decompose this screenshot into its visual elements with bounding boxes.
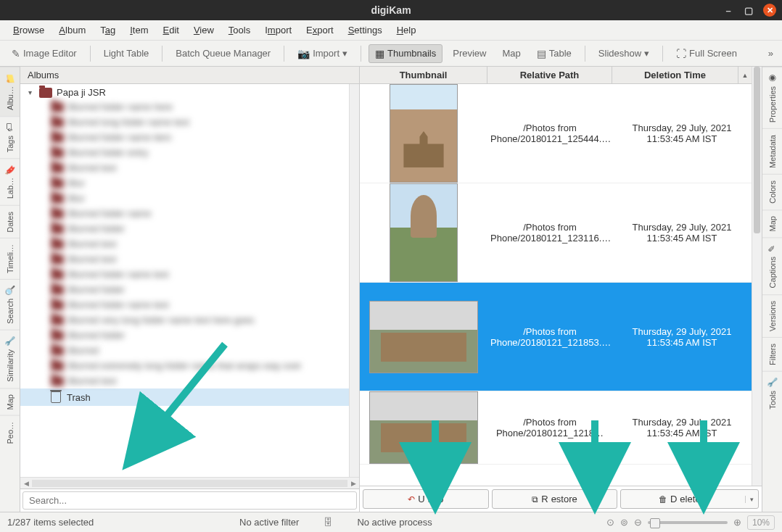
table-row[interactable]: /Photos from Phone/20180121_125444.… Thu… xyxy=(360,84,752,183)
cell-time: Thursday, 29 July, 2021 11:53:45 AM IST xyxy=(612,222,752,244)
album-child[interactable]: Blurred folder entry xyxy=(20,145,349,160)
tab-filters[interactable]: Filters xyxy=(762,337,782,371)
table-row[interactable]: /Photos from Phone/20180121_123116.… Thu… xyxy=(360,183,752,283)
album-child[interactable]: Blurred folder xyxy=(20,328,349,343)
tab-tags[interactable]: Tags🏷 xyxy=(0,116,20,158)
zoom-fit-icon[interactable]: ⊙ xyxy=(606,517,614,528)
album-child[interactable]: Blurred folder xyxy=(20,282,349,297)
tab-properties[interactable]: Properties◉ xyxy=(762,67,782,128)
window-title: digiKam xyxy=(371,4,411,16)
menu-browse[interactable]: Browse xyxy=(7,22,50,38)
albums-h-scrollbar[interactable]: ◀ ▶ xyxy=(20,477,359,489)
album-child[interactable]: Blurred folder name text xyxy=(20,297,349,312)
zoom-slider[interactable] xyxy=(648,521,728,524)
album-child[interactable]: Blurred xyxy=(20,343,349,358)
menu-tag[interactable]: Tag xyxy=(94,22,121,38)
album-child[interactable]: Blurred folder xyxy=(20,221,349,236)
tool-fullscreen[interactable]: ⛶Full Screen xyxy=(670,45,743,62)
minimize-button[interactable]: – xyxy=(723,4,734,16)
status-process: No active process xyxy=(357,517,432,528)
tool-preview[interactable]: Preview xyxy=(447,45,492,62)
album-child[interactable]: Blur xyxy=(20,191,349,206)
expand-icon[interactable]: ▾ xyxy=(25,88,35,96)
menu-import[interactable]: Import xyxy=(259,22,297,38)
tool-light-table[interactable]: Light Table xyxy=(98,45,155,62)
undo-button[interactable]: ↶Undo xyxy=(363,489,489,509)
album-child[interactable]: Blurred text xyxy=(20,160,349,175)
album-trash[interactable]: Trash xyxy=(20,388,349,406)
menu-settings[interactable]: Settings xyxy=(342,22,388,38)
tab-people[interactable]: Peo… xyxy=(0,415,20,450)
album-child[interactable]: Blurred folder name text xyxy=(20,267,349,282)
table-header: Thumbnail Relative Path Deletion Time ▲ xyxy=(360,67,752,84)
zoom-in-icon[interactable]: ⊕ xyxy=(733,517,741,528)
album-child[interactable]: Blurred folder name xyxy=(20,206,349,221)
zoom-out-icon[interactable]: ⊖ xyxy=(634,517,642,528)
menu-export[interactable]: Export xyxy=(300,22,339,38)
album-child[interactable]: Blurred extremely long folder name that … xyxy=(20,358,349,373)
tab-timeline[interactable]: Timeli… xyxy=(0,238,20,279)
tab-labels[interactable]: Lab…🔖 xyxy=(0,158,20,204)
cell-path: /Photos from Phone/20180121_121853.… xyxy=(487,326,612,348)
menu-item[interactable]: Item xyxy=(124,22,154,38)
restore-button[interactable]: ⧉Restore xyxy=(492,489,618,509)
grid-icon: ▦ xyxy=(375,48,384,59)
table-row[interactable]: /Photos from Phone/20180121_121853.… Thu… xyxy=(360,283,752,391)
delete-icon: 🗑 xyxy=(659,494,667,504)
col-time[interactable]: Deletion Time xyxy=(612,67,738,83)
tab-metadata[interactable]: Metadata xyxy=(762,128,782,174)
tool-thumbnails[interactable]: ▦Thumbnails xyxy=(369,44,443,63)
toolbar-overflow[interactable]: » xyxy=(765,45,776,62)
menu-tools[interactable]: Tools xyxy=(223,22,256,38)
cell-path: /Photos from Phone/20180121_1218… xyxy=(487,417,612,439)
table-v-scrollbar[interactable] xyxy=(752,67,762,486)
album-root[interactable]: ▾ Papa ji JSR xyxy=(20,86,349,99)
album-child[interactable]: Blurred folder name item xyxy=(20,130,349,145)
menu-edit[interactable]: Edit xyxy=(157,22,184,38)
tab-dates[interactable]: Dates xyxy=(0,205,20,238)
right-sidebar-tabs: Properties◉ Metadata Colors Map Captions… xyxy=(762,67,782,512)
zoom-100-icon[interactable]: ⊚ xyxy=(620,517,628,528)
tool-table[interactable]: ▤Table xyxy=(531,45,577,62)
restore-icon: ⧉ xyxy=(532,494,538,504)
close-button[interactable]: ✕ xyxy=(763,4,776,17)
tab-albums[interactable]: Albu…📁 xyxy=(0,67,20,116)
menu-view[interactable]: View xyxy=(188,22,220,38)
col-thumbnail[interactable]: Thumbnail xyxy=(360,67,487,83)
tab-search[interactable]: Search🔍 xyxy=(0,279,20,330)
albums-v-scrollbar[interactable] xyxy=(349,84,359,477)
col-path[interactable]: Relative Path xyxy=(487,67,612,83)
album-child[interactable]: Blurred very long folder name text here … xyxy=(20,312,349,328)
album-child[interactable]: Blurred long folder name text xyxy=(20,115,349,130)
maximize-button[interactable]: ▢ xyxy=(743,4,754,16)
album-search-input[interactable] xyxy=(22,491,357,510)
tab-versions[interactable]: Versions xyxy=(762,294,782,337)
tab-map-left[interactable]: Map xyxy=(0,388,20,415)
tab-map-right[interactable]: Map xyxy=(762,209,782,237)
tool-slideshow[interactable]: Slideshow ▾ xyxy=(593,45,655,62)
camera-icon: 📷 xyxy=(297,48,310,59)
tool-map[interactable]: Map xyxy=(496,45,526,62)
cell-path: /Photos from Phone/20180121_123116.… xyxy=(487,222,612,244)
thumbnail-image xyxy=(390,183,458,282)
menu-help[interactable]: Help xyxy=(391,22,422,38)
zoom-percent[interactable]: 10% xyxy=(747,515,775,530)
db-icon[interactable]: 🗄 xyxy=(324,517,333,528)
album-child[interactable]: Blurred text xyxy=(20,252,349,267)
tab-colors[interactable]: Colors xyxy=(762,174,782,209)
menu-album[interactable]: Album xyxy=(53,22,91,38)
tab-similarity[interactable]: Similarity🔧 xyxy=(0,330,20,388)
tab-captions[interactable]: Captions✎ xyxy=(762,237,782,294)
tool-batch-queue[interactable]: Batch Queue Manager xyxy=(170,45,276,62)
tool-import[interactable]: 📷Import ▾ xyxy=(292,45,353,62)
wrench-icon: 🔧 xyxy=(767,377,778,388)
album-child[interactable]: Blur xyxy=(20,175,349,191)
album-child[interactable]: Blurred folder name here xyxy=(20,99,349,115)
tool-image-editor[interactable]: ✎Image Editor xyxy=(6,45,83,62)
album-child[interactable]: Blurred text xyxy=(20,373,349,388)
delete-button[interactable]: 🗑Delete... xyxy=(620,489,759,509)
table-row[interactable]: /Photos from Phone/20180121_1218… Thursd… xyxy=(360,391,752,465)
album-child[interactable]: Blurred text xyxy=(20,236,349,252)
tab-tools[interactable]: Tools🔧 xyxy=(762,371,782,415)
sort-indicator[interactable]: ▲ xyxy=(738,67,752,83)
